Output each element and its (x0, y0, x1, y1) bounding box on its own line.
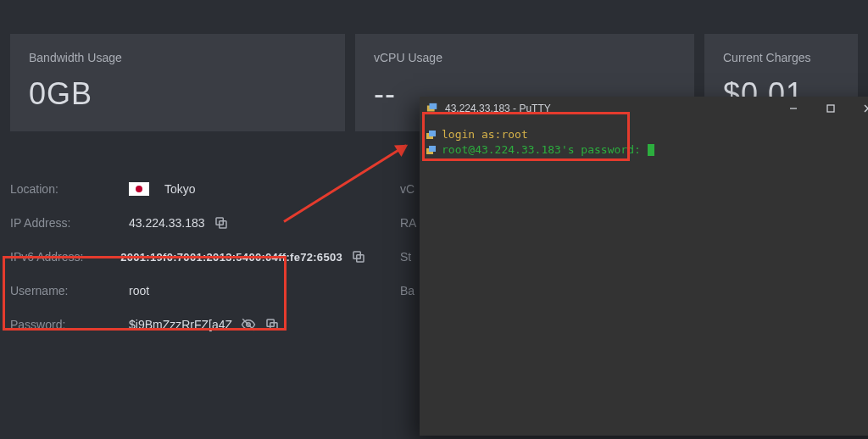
copy-ipv6-icon[interactable] (351, 249, 366, 264)
toggle-password-visibility-icon[interactable] (241, 317, 256, 332)
svg-rect-11 (827, 105, 834, 112)
value-ipv6: 2001:19f0:7001:2013:5400:04ff:fe72:6503 (120, 251, 342, 264)
row-ip: IP Address: 43.224.33.183 (10, 206, 366, 240)
label-username: Username: (10, 284, 129, 297)
window-minimize-button[interactable] (775, 97, 812, 120)
terminal-cursor (648, 144, 654, 156)
card-bandwidth: Bandwidth Usage 0GB (10, 34, 345, 131)
card-bandwidth-title: Bandwidth Usage (29, 51, 326, 64)
copy-ip-icon[interactable] (214, 215, 229, 231)
putty-terminal[interactable]: login as:root root@43.224.33.183's passw… (420, 120, 868, 436)
putty-title: 43.224.33.183 - PuTTY (445, 103, 551, 114)
window-maximize-button[interactable] (812, 97, 849, 120)
value-password: $i9BmZzzRrFZ[a4Z (129, 318, 232, 331)
putty-window: 43.224.33.183 - PuTTY login as:root root… (420, 97, 868, 436)
putty-titlebar[interactable]: 43.224.33.183 - PuTTY (420, 97, 868, 120)
flag-japan-icon (129, 182, 149, 196)
label-ipv6: IPv6 Address: (10, 250, 120, 264)
label-ip: IP Address: (10, 216, 129, 230)
value-location: Tokyo (164, 182, 196, 196)
svg-rect-17 (429, 146, 436, 152)
putty-app-icon (426, 103, 438, 114)
terminal-line-icon (426, 145, 437, 155)
label-password: Password: (10, 318, 129, 331)
card-charges-title: Current Charges (723, 51, 839, 64)
svg-rect-15 (429, 131, 436, 136)
terminal-line-icon (426, 130, 437, 140)
label-location: Location: (10, 182, 129, 196)
terminal-login-prompt: login as: (442, 128, 501, 141)
copy-password-icon[interactable] (264, 317, 280, 332)
value-username: root (129, 284, 149, 297)
value-ip: 43.224.33.183 (129, 216, 205, 230)
window-close-button[interactable] (849, 97, 868, 120)
terminal-password-prompt: root@43.224.33.183's password: (442, 142, 641, 158)
svg-rect-9 (430, 103, 437, 109)
card-vcpu-title: vCPU Usage (374, 51, 676, 64)
row-ipv6: IPv6 Address: 2001:19f0:7001:2013:5400:0… (10, 240, 366, 274)
row-username: Username: root (10, 274, 366, 308)
terminal-login-user: root (501, 128, 527, 141)
row-password: Password: $i9BmZzzRrFZ[a4Z (10, 308, 366, 342)
card-bandwidth-value: 0GB (29, 76, 326, 112)
